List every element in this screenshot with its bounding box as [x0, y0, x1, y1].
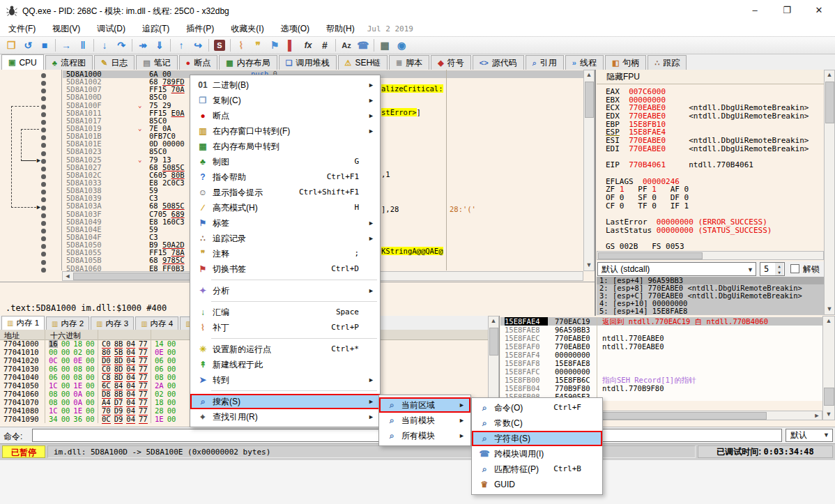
- tab-source[interactable]: <>源代码: [473, 55, 524, 70]
- breakpoint-dot[interactable]: [41, 213, 46, 218]
- menubar-item-0[interactable]: 文件(F): [0, 21, 44, 36]
- tab-script[interactable]: ≣脚本: [389, 55, 429, 70]
- menu-item-new-thread-here[interactable]: ↟新建线程于此: [190, 357, 380, 372]
- pause-icon[interactable]: ‖: [75, 38, 91, 52]
- open-icon[interactable]: ❒: [3, 38, 20, 52]
- register-line[interactable]: LastStatus 00000000 (STATUS_SUCCESS): [606, 227, 823, 235]
- stack-rows[interactable]: 15E8FAE4770EAC19返回到 ntdll.770EAC19 自 ntd…: [500, 317, 822, 401]
- menubar-item-7[interactable]: 帮助(H): [318, 21, 363, 36]
- argument-row[interactable]: 5: [esp+14] 15E8FAE8: [597, 307, 824, 315]
- menu-item-instruction-help[interactable]: ?指令帮助Ctrl+F1: [190, 169, 380, 185]
- command-combo[interactable]: 默认 ▼: [786, 429, 833, 442]
- menubar-item-1[interactable]: 视图(V): [44, 21, 89, 36]
- tab-log[interactable]: ✎日志: [94, 55, 135, 70]
- dump-tab-0[interactable]: ▥内存 1: [1, 316, 45, 330]
- menu-item-search-pattern[interactable]: ⌕匹配特征(P)Ctrl+B: [472, 461, 602, 477]
- stack-row[interactable]: 15E8FAF400000000: [500, 351, 822, 359]
- scroll-up-arrow[interactable]: ▲: [825, 70, 834, 80]
- calling-convention-select[interactable]: 默认 (stdcall) ▼: [597, 262, 756, 276]
- menu-item-goto-memory-window[interactable]: ▥在内存窗口中转到(F)►: [190, 123, 380, 139]
- menubar-item-3[interactable]: 追踪(T): [134, 21, 178, 36]
- breakpoint-dot[interactable]: [41, 96, 46, 101]
- registers-panel[interactable]: 隐藏FPU EAX 007C6000EBX 00000000ECX 770EAB…: [595, 70, 835, 316]
- breakpoint-dot[interactable]: [41, 167, 46, 171]
- menu-item-trace-record[interactable]: ∴追踪记录►: [190, 231, 380, 246]
- menu-item-highlighting-mode[interactable]: ∕高亮模式(H)H: [190, 200, 380, 215]
- tab-handles[interactable]: ◧句柄: [605, 55, 646, 70]
- scroll-thumb[interactable]: [824, 388, 834, 406]
- breakpoint-dot[interactable]: [41, 143, 46, 148]
- breakpoint-dot[interactable]: [41, 73, 46, 78]
- breakpoint-dot[interactable]: [41, 89, 46, 93]
- stop-icon[interactable]: ■: [36, 38, 53, 52]
- stack-row[interactable]: 15E8FAEC770EABE0ntdll.770EABE0: [500, 334, 822, 342]
- stack-row[interactable]: 15E8FB0015E8FB6C指向SEH_Record[1]的指针: [500, 376, 822, 384]
- breakpoint-dot[interactable]: [41, 260, 46, 265]
- handles-icon[interactable]: ☎: [355, 38, 371, 52]
- step-down-icon[interactable]: ⇓: [151, 38, 168, 52]
- tab-memory-map[interactable]: ▦内存布局: [219, 55, 277, 70]
- tab-notes[interactable]: ▤笔记: [136, 55, 177, 70]
- menu-item-search[interactable]: ⌕搜索(S)►: [190, 394, 380, 409]
- scroll-thumb[interactable]: [585, 82, 594, 118]
- scroll-down-arrow[interactable]: ▼: [824, 410, 834, 420]
- disasm-vscrollbar[interactable]: ▲ ▼: [583, 70, 595, 271]
- stack-vscrollbar[interactable]: ▲ ▼: [822, 316, 835, 420]
- registers-hscrollbar[interactable]: [597, 251, 824, 260]
- menu-item-search-command[interactable]: ⌕命令(O)Ctrl+F: [472, 400, 602, 415]
- breakpoint-dot[interactable]: [41, 112, 46, 117]
- scroll-left-arrow[interactable]: ◄: [63, 272, 72, 282]
- dump-tab-3[interactable]: ▥内存 4: [135, 316, 178, 330]
- run-to-cursor-icon[interactable]: ↠: [135, 38, 151, 52]
- internet-icon[interactable]: ◉: [393, 38, 410, 52]
- menu-item-all-modules[interactable]: ⌕所有模块►: [379, 428, 470, 443]
- menu-item-breakpoint[interactable]: ●断点►: [190, 108, 380, 123]
- breakpoint-dot[interactable]: [41, 120, 46, 125]
- close-button[interactable]: ✕: [803, 0, 835, 21]
- register-list[interactable]: EAX 007C6000EBX 00000000ECX 770EABE0 <nt…: [606, 88, 823, 251]
- menu-item-current-module[interactable]: ⌕当前模块►: [379, 413, 470, 428]
- breakpoint-dot[interactable]: [41, 229, 46, 234]
- register-line[interactable]: EIP 770B4061 ntdll.770B4061: [606, 161, 823, 169]
- breakpoint-dot[interactable]: [41, 190, 46, 194]
- tab-cpu[interactable]: ▣CPU: [1, 54, 44, 70]
- breakpoint-dot[interactable]: [41, 128, 46, 132]
- menubar-item-6[interactable]: 选项(O): [273, 21, 318, 36]
- step-over-icon[interactable]: ↷: [113, 38, 130, 52]
- tab-symbols[interactable]: ◆符号: [431, 55, 470, 70]
- stack-row[interactable]: 15E8FAF0770EABE0ntdll.770EABE0: [500, 342, 822, 351]
- breakpoint-dot[interactable]: [41, 159, 46, 164]
- stack-row[interactable]: 15E8FAE896A59BB3: [500, 326, 822, 334]
- menu-item-find-references[interactable]: ⌖查找引用(R)►: [190, 409, 380, 425]
- tab-graph[interactable]: ♣流程图: [45, 55, 93, 70]
- fx-icon[interactable]: fx: [300, 38, 316, 52]
- dump-tab-1[interactable]: ▥内存 2: [46, 316, 89, 330]
- breakpoint-dot[interactable]: [41, 221, 46, 226]
- tab-references[interactable]: ⌕引用: [526, 55, 564, 70]
- menu-item-toggle-bookmark[interactable]: ⚑切换书签Ctrl+D: [190, 261, 380, 277]
- calculator-icon[interactable]: ▦: [376, 38, 393, 52]
- stack-row[interactable]: 15E8FAE4770EAC19返回到 ntdll.770EAC19 自 ntd…: [500, 317, 822, 326]
- menu-item-label[interactable]: ⚑标签►: [190, 215, 380, 231]
- breakpoint-dot[interactable]: [41, 182, 46, 187]
- call-arguments-list[interactable]: 1: [esp+4] 96A59BB32: [esp+8] 770EABE0 <…: [597, 277, 824, 315]
- tab-breakpoints[interactable]: ●断点: [179, 55, 218, 70]
- menu-item-search-string[interactable]: ⌕字符串(S): [472, 431, 602, 446]
- scroll-right-arrow[interactable]: ►: [812, 411, 822, 421]
- arg-count-stepper[interactable]: 5 ▲▼: [760, 262, 785, 276]
- az-icon[interactable]: Az: [338, 38, 355, 52]
- comments-icon[interactable]: ❞: [250, 38, 266, 52]
- scroll-up-arrow[interactable]: ▲: [824, 316, 834, 326]
- scroll-thumb[interactable]: [489, 328, 498, 356]
- unlock-checkbox[interactable]: [790, 264, 799, 273]
- run-to-user-code-icon[interactable]: ↪: [190, 38, 206, 52]
- scroll-down-arrow[interactable]: ▼: [584, 261, 594, 270]
- menu-item-set-new-origin[interactable]: ✳设置新的运行点Ctrl+*: [190, 342, 380, 357]
- menu-item-search-intermodular-calls[interactable]: ☎跨模块调用(I): [472, 446, 602, 461]
- menubar-item-4[interactable]: 插件(P): [178, 21, 222, 36]
- menubar-item-5[interactable]: 收藏夹(I): [222, 21, 272, 36]
- menu-item-patch[interactable]: ⌇补丁Ctrl+P: [190, 320, 380, 335]
- menu-item-binary[interactable]: 01二进制(B)►: [190, 77, 380, 93]
- breakpoint-dot[interactable]: [41, 236, 46, 241]
- register-line[interactable]: EDI 770EABE0 <ntdll.DbgUiRemoteBreakin>: [606, 145, 823, 153]
